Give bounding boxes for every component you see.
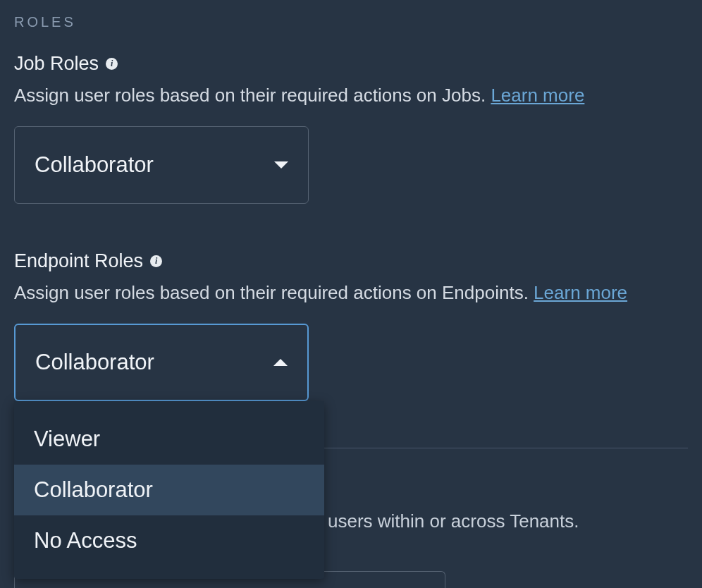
job-roles-dropdown-trigger[interactable]: Collaborator	[14, 126, 309, 204]
info-icon[interactable]: i	[106, 58, 118, 70]
job-roles-label: Job Roles	[14, 53, 99, 75]
info-icon[interactable]: i	[150, 255, 162, 267]
dropdown-option-collaborator[interactable]: Collaborator	[14, 465, 324, 515]
chevron-up-icon	[273, 359, 288, 366]
job-roles-dropdown-value: Collaborator	[35, 152, 154, 178]
dropdown-option-viewer[interactable]: Viewer	[14, 414, 324, 465]
endpoint-roles-dropdown: Collaborator Viewer Collaborator No Acce…	[14, 324, 309, 401]
endpoint-roles-learn-more-link[interactable]: Learn more	[534, 282, 627, 303]
partial-description-text: users within or across Tenants.	[328, 510, 579, 532]
endpoint-roles-dropdown-menu: Viewer Collaborator No Access	[14, 401, 324, 579]
job-roles-learn-more-link[interactable]: Learn more	[491, 85, 584, 106]
dropdown-option-no-access[interactable]: No Access	[14, 515, 324, 566]
section-header: ROLES	[14, 14, 688, 30]
chevron-down-icon	[274, 161, 288, 169]
endpoint-roles-field: Endpoint Roles i Assign user roles based…	[14, 250, 688, 401]
endpoint-roles-label: Endpoint Roles	[14, 250, 143, 272]
endpoint-roles-dropdown-value: Collaborator	[35, 350, 154, 375]
job-roles-description: Assign user roles based on their require…	[14, 85, 688, 106]
endpoint-roles-dropdown-trigger[interactable]: Collaborator	[14, 324, 309, 401]
endpoint-roles-description-text: Assign user roles based on their require…	[14, 282, 534, 303]
job-roles-description-text: Assign user roles based on their require…	[14, 85, 491, 106]
roles-section: ROLES Job Roles i Assign user roles base…	[14, 14, 688, 448]
job-roles-label-row: Job Roles i	[14, 53, 688, 75]
endpoint-roles-label-row: Endpoint Roles i	[14, 250, 688, 272]
endpoint-roles-description: Assign user roles based on their require…	[14, 282, 688, 304]
job-roles-dropdown: Collaborator	[14, 126, 309, 204]
job-roles-field: Job Roles i Assign user roles based on t…	[14, 53, 688, 204]
